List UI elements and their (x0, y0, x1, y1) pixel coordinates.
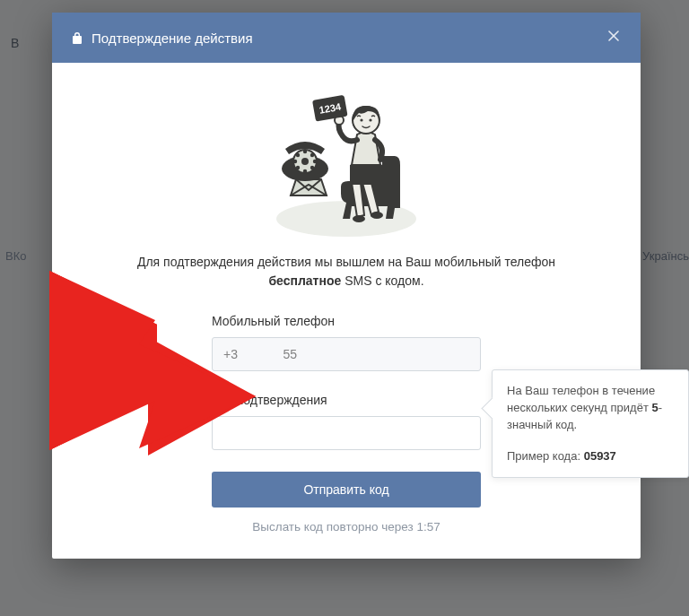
tooltip-example-code: 05937 (584, 449, 616, 463)
modal-body: 1234 Для подтверждения действия мы вышле… (52, 63, 641, 559)
confirmation-modal: Подтверждение действия (52, 13, 641, 559)
phone-girl-illustration: 1234 (266, 86, 427, 239)
svg-point-11 (303, 169, 307, 173)
svg-point-12 (296, 166, 300, 169)
modal-title: Подтверждение действия (92, 30, 253, 46)
lock-icon (72, 31, 83, 44)
tooltip-text-prefix: На Ваш телефон в течение нескольких секу… (507, 384, 655, 414)
modal-header-left: Подтверждение действия (72, 30, 253, 46)
svg-point-7 (303, 150, 307, 153)
resend-text: Выслать код повторно через 1:57 (212, 520, 481, 534)
phone-label: Мобильный телефон (212, 314, 481, 328)
svg-point-13 (293, 160, 297, 163)
code-input[interactable] (212, 416, 481, 450)
svg-point-8 (310, 153, 314, 157)
svg-point-19 (360, 118, 362, 121)
description-line1: Для подтверждения действия мы вышлем на … (137, 255, 555, 269)
description-bold: бесплатное (268, 273, 341, 288)
submit-button[interactable]: Отправить код (212, 472, 481, 508)
description-suffix: SMS с кодом. (341, 273, 423, 288)
form: Мобильный телефон Код подтверждения На В… (212, 314, 481, 534)
svg-point-10 (310, 166, 314, 169)
code-tooltip: На Ваш телефон в течение нескольких секу… (492, 369, 689, 478)
modal-header: Подтверждение действия (52, 13, 641, 63)
svg-point-9 (313, 160, 317, 163)
svg-point-20 (369, 118, 371, 121)
description-text: Для подтверждения действия мы вышлем на … (88, 253, 605, 291)
tooltip-example-label: Пример кода: (507, 449, 584, 463)
phone-input (212, 337, 481, 371)
code-field-block: Код подтверждения На Ваш телефон в течен… (212, 393, 481, 450)
phone-field-block: Мобильный телефон (212, 314, 481, 371)
close-icon[interactable] (606, 29, 621, 47)
svg-point-6 (301, 158, 309, 165)
svg-point-14 (296, 153, 300, 157)
code-label: Код подтверждения (212, 393, 481, 407)
svg-point-15 (353, 215, 365, 222)
tooltip-digits: 5 (651, 401, 658, 414)
svg-point-16 (371, 212, 383, 219)
